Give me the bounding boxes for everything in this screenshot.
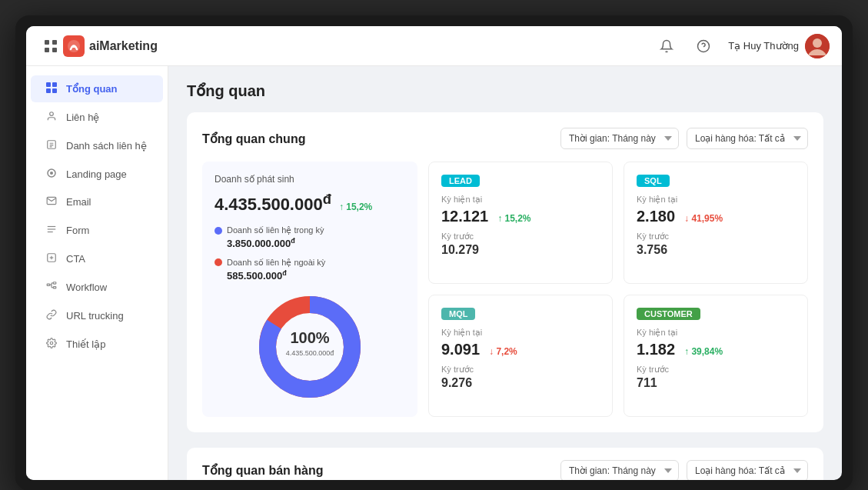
sales-type-filter[interactable]: Loại hàng hóa: Tất cả bbox=[687, 460, 808, 480]
sql-current-value: 2.180 bbox=[637, 208, 675, 225]
svg-rect-26 bbox=[47, 284, 49, 285]
logo-text: aiMarketing bbox=[89, 39, 158, 53]
mql-badge: MQL bbox=[441, 308, 475, 320]
customer-change: ↑ 39,84% bbox=[684, 346, 723, 357]
notification-button[interactable] bbox=[654, 34, 679, 58]
sidebar-item-landing-page[interactable]: Landing page bbox=[31, 161, 163, 187]
lead-prev-value: 10.279 bbox=[441, 243, 600, 257]
revenue-value: 4.435.500.000đ bbox=[215, 191, 331, 215]
sidebar-item-email[interactable]: Email bbox=[31, 188, 163, 215]
topnav-right: Tạ Huy Thường bbox=[654, 34, 830, 58]
sidebar-label-url-tracking: URL trucking bbox=[66, 310, 124, 322]
metric-card-sql: SQL Kỳ hiện tại 2.180 ↓ 41,95% Kỳ trước … bbox=[624, 162, 808, 284]
svg-rect-28 bbox=[53, 287, 56, 288]
mql-current-value: 9.091 bbox=[441, 341, 480, 358]
lead-current-label: Kỳ hiện tại bbox=[441, 195, 600, 205]
grid-icon bbox=[45, 82, 58, 95]
legend-area: Doanh số liên hệ trong kỳ 3.850.000.000đ bbox=[215, 225, 405, 282]
svg-rect-9 bbox=[46, 82, 51, 87]
legend-out-value: 585.500.000đ bbox=[227, 269, 405, 282]
sidebar: Tổng quan Liên hệ bbox=[26, 66, 168, 480]
mql-current-label: Kỳ hiện tại bbox=[441, 328, 600, 338]
legend-in-label: Doanh số liên hệ trong kỳ bbox=[227, 225, 324, 235]
help-button[interactable] bbox=[691, 34, 716, 58]
time-filter[interactable]: Thời gian: Tháng này bbox=[560, 128, 679, 149]
sidebar-label-danh-sach: Danh sách liên hệ bbox=[66, 140, 147, 152]
sidebar-item-tong-quan[interactable]: Tổng quan bbox=[31, 75, 163, 102]
sql-badge: SQL bbox=[637, 175, 670, 187]
svg-text:4.435.500.000đ: 4.435.500.000đ bbox=[286, 349, 334, 357]
sql-prev-label: Kỳ trước bbox=[637, 232, 795, 242]
sidebar-item-workflow[interactable]: Workflow bbox=[31, 274, 163, 301]
sidebar-label-form: Form bbox=[66, 225, 89, 236]
sidebar-item-cta[interactable]: CTA bbox=[31, 245, 163, 272]
list-icon bbox=[45, 139, 58, 152]
person-icon bbox=[45, 111, 58, 124]
metric-card-lead: LEAD Kỳ hiện tại 12.121 ↑ 15,2% Kỳ trước… bbox=[428, 162, 613, 284]
metric-card-mql: MQL Kỳ hiện tại 9.091 ↓ 7,2% Kỳ trước 9.… bbox=[428, 295, 613, 417]
page-title: Tổng quan bbox=[187, 82, 823, 100]
grid-menu-button[interactable] bbox=[38, 34, 63, 58]
svg-rect-11 bbox=[46, 88, 51, 93]
user-avatar bbox=[805, 34, 830, 58]
mql-prev-value: 9.276 bbox=[441, 376, 600, 390]
sql-current-label: Kỳ hiện tại bbox=[637, 195, 795, 205]
sidebar-item-thiet-lap[interactable]: Thiết lập bbox=[31, 331, 163, 358]
sidebar-item-lien-he[interactable]: Liên hệ bbox=[31, 104, 163, 131]
legend-out-period: Doanh số liên hệ ngoài kỳ 585.500.000đ bbox=[215, 258, 405, 282]
customer-current-value: 1.182 bbox=[637, 341, 675, 358]
user-name: Tạ Huy Thường bbox=[728, 40, 799, 52]
sql-prev-value: 3.756 bbox=[637, 243, 795, 257]
logo-icon bbox=[63, 35, 85, 57]
card-header: Tổng quan chung Thời gian: Tháng này Loạ… bbox=[202, 128, 808, 149]
overview-card: Tổng quan chung Thời gian: Tháng này Loạ… bbox=[187, 112, 823, 432]
revenue-label: Doanh số phát sinh bbox=[215, 174, 405, 185]
user-area[interactable]: Tạ Huy Thường bbox=[728, 34, 830, 58]
sales-section: Tổng quan bán hàng Thời gian: Tháng này … bbox=[187, 448, 823, 480]
svg-point-8 bbox=[813, 38, 822, 48]
device-frame: aiMarketing Tạ Huy Thư bbox=[15, 15, 853, 490]
sidebar-item-danh-sach-lien-he[interactable]: Danh sách liên hệ bbox=[31, 132, 163, 159]
form-icon bbox=[45, 224, 58, 237]
svg-rect-3 bbox=[52, 48, 57, 52]
svg-rect-2 bbox=[45, 48, 49, 52]
sales-card-header: Tổng quan bán hàng Thời gian: Tháng này … bbox=[202, 460, 808, 480]
sidebar-label-workflow: Workflow bbox=[66, 282, 107, 293]
svg-rect-1 bbox=[52, 40, 57, 45]
filter-group: Thời gian: Tháng này Loại hàng hóa: Tất … bbox=[560, 128, 808, 149]
logo-area: aiMarketing bbox=[63, 35, 158, 57]
type-filter[interactable]: Loại hàng hóa: Tất cả bbox=[687, 128, 808, 149]
customer-prev-value: 711 bbox=[637, 376, 795, 390]
sidebar-item-form[interactable]: Form bbox=[31, 217, 163, 244]
mql-change: ↓ 7,2% bbox=[489, 346, 517, 357]
svg-point-13 bbox=[50, 112, 54, 116]
sql-change: ↓ 41,95% bbox=[684, 213, 723, 224]
sales-time-filter[interactable]: Thời gian: Tháng này bbox=[560, 460, 679, 480]
sidebar-label-landing: Landing page bbox=[66, 168, 127, 180]
mql-prev-label: Kỳ trước bbox=[441, 365, 600, 375]
sales-title: Tổng quan bán hàng bbox=[202, 463, 324, 478]
overview-grid: Doanh số phát sinh 4.435.500.000đ ↑ 15,2… bbox=[202, 162, 808, 417]
donut-chart: 100% 4.435.500.000đ bbox=[252, 289, 367, 405]
link-icon bbox=[45, 309, 58, 322]
svg-text:100%: 100% bbox=[290, 329, 329, 346]
legend-in-period: Doanh số liên hệ trong kỳ 3.850.000.000đ bbox=[215, 225, 405, 249]
circle-icon bbox=[45, 168, 58, 180]
cta-icon bbox=[45, 252, 58, 265]
legend-out-label: Doanh số liên hệ ngoài kỳ bbox=[227, 258, 325, 268]
customer-badge: CUSTOMER bbox=[637, 308, 700, 320]
sidebar-item-url-tracking[interactable]: URL trucking bbox=[31, 302, 163, 329]
customer-current-label: Kỳ hiện tại bbox=[637, 328, 795, 338]
svg-rect-27 bbox=[53, 282, 56, 284]
legend-dot-in bbox=[215, 227, 222, 235]
card-title: Tổng quan chung bbox=[202, 132, 305, 146]
revenue-change: ↑ 15,2% bbox=[339, 202, 372, 212]
sql-customer-col: SQL Kỳ hiện tại 2.180 ↓ 41,95% Kỳ trước … bbox=[624, 162, 808, 417]
lead-change: ↑ 15,2% bbox=[497, 213, 530, 224]
lead-mql-col: LEAD Kỳ hiện tại 12.121 ↑ 15,2% Kỳ trước… bbox=[428, 162, 613, 417]
topnav: aiMarketing Tạ Huy Thư bbox=[26, 26, 842, 66]
sidebar-label-lien-he: Liên hệ bbox=[66, 112, 99, 123]
donut-container: 100% 4.435.500.000đ bbox=[215, 289, 405, 405]
legend-in-value: 3.850.000.000đ bbox=[227, 237, 405, 249]
email-icon bbox=[45, 195, 58, 208]
